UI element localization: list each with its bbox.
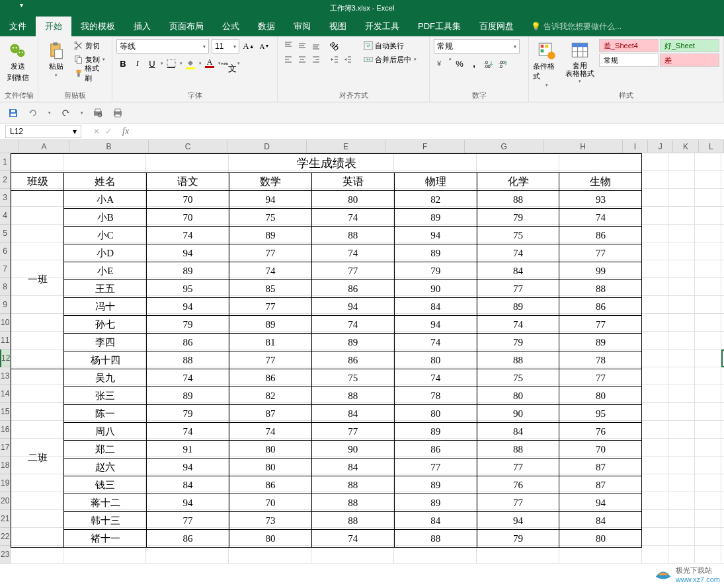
data-cell[interactable]: 80 <box>229 441 312 459</box>
data-cell[interactable]: 86 <box>147 334 229 351</box>
row-header-15[interactable]: 15 <box>0 403 10 421</box>
tell-me-search[interactable]: 💡告诉我您想要做什么... <box>531 21 622 32</box>
data-cell[interactable]: 77 <box>229 351 312 369</box>
bold-button[interactable]: B <box>116 57 130 70</box>
data-cell[interactable]: 94 <box>394 227 477 244</box>
data-cell[interactable]: 90 <box>477 405 559 423</box>
data-cell[interactable]: 76 <box>477 476 559 494</box>
align-right-button[interactable] <box>309 53 323 66</box>
ribbon-tab-5[interactable]: 公式 <box>213 17 249 36</box>
data-cell[interactable]: 93 <box>559 191 642 209</box>
ribbon-tab-6[interactable]: 数据 <box>249 17 284 36</box>
data-cell[interactable]: 82 <box>394 191 477 209</box>
data-cell[interactable]: 87 <box>559 459 642 476</box>
data-cell[interactable]: 84 <box>311 405 394 423</box>
row-header-23[interactable]: 23 <box>0 546 10 564</box>
col-header-L[interactable]: L <box>699 140 724 153</box>
data-cell[interactable]: 88 <box>311 476 394 494</box>
data-cell[interactable]: 78 <box>559 351 642 369</box>
data-cell[interactable]: 74 <box>394 334 477 351</box>
data-cell[interactable]: 80 <box>229 530 312 548</box>
data-cell[interactable]: 84 <box>394 298 477 316</box>
row-header-7[interactable]: 7 <box>0 260 10 278</box>
data-cell[interactable]: 75 <box>477 369 559 387</box>
merge-center-button[interactable]: 合并后居中▾ <box>362 53 418 66</box>
increase-decimal-button[interactable]: .0.00 <box>482 57 495 70</box>
data-cell[interactable]: 88 <box>311 387 394 405</box>
data-cell[interactable]: 95 <box>559 405 642 423</box>
data-cell[interactable]: 94 <box>147 244 229 262</box>
italic-button[interactable]: I <box>131 57 144 70</box>
header-cell[interactable]: 姓名 <box>64 173 147 191</box>
data-cell[interactable]: 86 <box>559 298 642 316</box>
data-cell[interactable]: 74 <box>147 227 229 244</box>
data-cell[interactable]: 小C <box>64 227 147 244</box>
data-cell[interactable]: 86 <box>394 441 477 459</box>
row-header-14[interactable]: 14 <box>0 385 10 403</box>
print-icon[interactable] <box>112 108 123 118</box>
fx-icon[interactable]: fx <box>118 126 133 137</box>
row-header-16[interactable]: 16 <box>0 421 10 439</box>
data-cell[interactable]: 94 <box>394 316 477 334</box>
fill-color-button[interactable] <box>184 57 197 70</box>
increase-font-button[interactable]: A▲ <box>242 40 255 53</box>
data-cell[interactable]: 88 <box>559 280 642 298</box>
data-cell[interactable]: 77 <box>147 512 229 530</box>
col-header-E[interactable]: E <box>307 140 386 153</box>
print-preview-icon[interactable] <box>93 108 103 118</box>
row-header-5[interactable]: 5 <box>0 225 10 242</box>
data-cell[interactable]: 88 <box>477 441 559 459</box>
data-cell[interactable]: 88 <box>394 530 477 548</box>
data-cell[interactable]: 77 <box>477 280 559 298</box>
data-cell[interactable]: 77 <box>229 244 312 262</box>
data-cell[interactable]: 郑二 <box>64 441 147 459</box>
row-header-6[interactable]: 6 <box>0 242 10 260</box>
data-cell[interactable]: 76 <box>559 423 642 441</box>
data-cell[interactable]: 86 <box>559 227 642 244</box>
data-cell[interactable]: 90 <box>394 280 477 298</box>
formula-input[interactable] <box>133 125 724 138</box>
class2-cell[interactable]: 二班 <box>11 369 64 548</box>
col-header-G[interactable]: G <box>465 140 544 153</box>
data-cell[interactable]: 74 <box>311 209 394 227</box>
data-cell[interactable]: 87 <box>559 476 642 494</box>
ribbon-tab-11[interactable]: 百度网盘 <box>470 17 523 36</box>
data-cell[interactable]: 94 <box>147 298 229 316</box>
enter-formula-icon[interactable]: ✓ <box>105 127 112 136</box>
data-cell[interactable]: 94 <box>311 298 394 316</box>
select-all-corner[interactable] <box>0 140 19 153</box>
data-cell[interactable]: 89 <box>559 334 642 351</box>
data-cell[interactable]: 74 <box>311 530 394 548</box>
row-header-3[interactable]: 3 <box>0 189 10 207</box>
data-cell[interactable]: 88 <box>477 191 559 209</box>
data-cell[interactable]: 77 <box>394 459 477 476</box>
align-bottom-button[interactable] <box>309 39 323 52</box>
data-cell[interactable]: 77 <box>559 316 642 334</box>
format-as-table-button[interactable]: 套用 表格格式▾ <box>563 39 596 84</box>
data-cell[interactable]: 86 <box>147 530 229 548</box>
data-cell[interactable]: 88 <box>311 227 394 244</box>
data-cell[interactable]: 王五 <box>64 280 147 298</box>
ribbon-tab-3[interactable]: 插入 <box>124 17 160 36</box>
data-cell[interactable]: 89 <box>147 387 229 405</box>
align-middle-button[interactable] <box>296 39 309 52</box>
redo-icon[interactable] <box>28 108 38 118</box>
number-format-combo[interactable]: 常规▾ <box>434 39 520 54</box>
decrease-indent-button[interactable] <box>328 53 341 66</box>
col-header-F[interactable]: F <box>385 140 465 153</box>
paste-button[interactable]: 粘贴 ▾ <box>42 39 70 78</box>
data-cell[interactable]: 小D <box>64 244 147 262</box>
data-cell[interactable]: 小E <box>64 262 147 280</box>
data-cell[interactable]: 81 <box>229 334 312 351</box>
data-cell[interactable]: 74 <box>311 316 394 334</box>
decrease-decimal-button[interactable]: .00.0 <box>497 57 510 70</box>
header-cell[interactable]: 生物 <box>559 173 642 191</box>
data-cell[interactable]: 褚十一 <box>64 530 147 548</box>
data-cell[interactable]: 94 <box>559 494 642 512</box>
data-cell[interactable]: 77 <box>559 244 642 262</box>
font-name-combo[interactable]: 等线▾ <box>116 39 209 54</box>
row-header-9[interactable]: 9 <box>0 296 10 314</box>
data-cell[interactable]: 75 <box>311 369 394 387</box>
data-cell[interactable]: 87 <box>229 405 312 423</box>
data-cell[interactable]: 94 <box>147 494 229 512</box>
